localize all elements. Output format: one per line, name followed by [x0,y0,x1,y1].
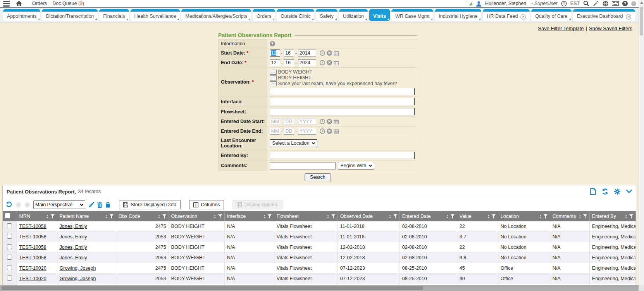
mrn-link[interactable]: TEST-10058 [19,255,46,260]
filter-funnel-icon[interactable] [331,214,335,219]
column-header-obs-code[interactable]: Obs Code▲▼ [116,211,169,221]
horizontal-scrollbar-thumb[interactable] [2,286,423,290]
filter-funnel-icon[interactable] [218,214,222,219]
information-help-icon[interactable]: ? [270,41,275,46]
filter-funnel-icon[interactable] [51,214,55,219]
sort-icon[interactable]: ▲▼ [539,214,541,218]
entered-date-start-clear-icon[interactable]: ✕ [327,119,332,124]
keyboard-icon[interactable] [612,1,619,6]
entered-date-end-now-icon[interactable] [320,128,325,134]
reset-perspective-icon[interactable] [6,202,12,208]
vertical-scrollbar-thumb[interactable] [640,7,643,36]
sort-icon[interactable]: ▲▼ [389,214,391,218]
comments-match-select[interactable]: Begins With [338,162,375,169]
tab-medications-allergies-scripts[interactable]: Medications/Allergies/Scripts [181,9,251,21]
refresh-icon[interactable] [602,188,608,195]
search-button[interactable]: Search [305,173,331,181]
tab-industrial-hygiene[interactable]: Industrial Hygiene [435,9,481,21]
column-header-location[interactable]: Location▲▼ [498,211,550,221]
patient-name-link[interactable]: Growing, Joseph [60,265,96,271]
observation-search-input[interactable] [270,88,415,95]
hamburger-menu-icon[interactable] [2,0,10,7]
export-document-icon[interactable] [590,188,596,195]
sort-icon[interactable]: ▲▼ [158,214,160,218]
columns-button[interactable]: Columns [189,200,224,209]
remove-observation-button[interactable]: — [270,81,277,86]
mrn-link[interactable]: TEST-10058 [19,245,46,250]
entered-by-input[interactable] [270,152,415,159]
entered-date-end-clear-icon[interactable]: ✕ [327,128,332,134]
entered-date-end-calendar-icon[interactable] [334,129,339,134]
tab-orders[interactable]: Orders [253,9,275,21]
vertical-scrollbar[interactable] [639,0,644,291]
collapse-panel-chevron-icon[interactable] [626,190,632,193]
end-date-now-icon[interactable] [320,60,325,65]
filter-funnel-icon[interactable] [110,214,114,219]
column-header-comments[interactable]: Comments▲▼ [550,211,589,221]
entered-date-start-now-icon[interactable] [320,119,325,124]
sort-icon[interactable]: ▲▼ [105,214,107,218]
tab-appointments[interactable]: Appointments [3,9,40,21]
tab-outside-clinic[interactable]: Outside Clinic [277,9,314,21]
end-date-month-input[interactable]: 12 [270,59,280,66]
sort-icon[interactable]: ▲▼ [579,214,581,218]
last-encounter-location-select[interactable]: Select a Location [270,139,318,147]
filter-funnel-icon[interactable] [268,214,272,219]
save-filter-template-link[interactable]: Save Filter Template [538,26,584,31]
row-checkbox[interactable] [7,223,12,228]
home-icon[interactable] [16,1,22,6]
screenshot-icon[interactable] [466,1,472,6]
row-checkbox[interactable] [7,276,12,281]
globe-icon[interactable] [603,1,608,7]
end-date-clear-icon[interactable]: ✕ [327,60,332,65]
row-checkbox[interactable] [7,255,12,260]
column-header-flowsheet[interactable]: Flowsheet▲▼ [274,211,337,221]
patient-name-link[interactable]: Jones, Emily [60,245,87,250]
horizontal-scrollbar[interactable] [0,285,639,291]
column-header-patient-name[interactable]: Patient Name▲▼ [57,211,116,221]
comments-input[interactable] [270,162,336,169]
remove-observation-button[interactable]: — [270,75,277,80]
search-icon[interactable] [583,0,589,7]
entered-date-start-month-input[interactable]: MM [270,118,280,125]
sort-icon[interactable]: ▲▼ [446,214,448,218]
start-date-month-input[interactable]: 12 [270,50,280,56]
help-icon[interactable]: ? [622,1,628,6]
topnav-orders[interactable]: Orders [32,1,47,6]
row-checkbox[interactable] [7,265,12,270]
patient-name-link[interactable]: Jones, Emily [60,234,87,240]
start-date-year-input[interactable]: 2014 [298,50,316,56]
column-header-value[interactable]: Value▲▼ [457,211,498,221]
tab-visits[interactable]: Visits [369,9,390,21]
filter-funnel-icon[interactable] [544,214,548,219]
end-date-calendar-icon[interactable] [334,60,339,65]
column-header-observed-date[interactable]: Observed Date▲▼ [337,211,399,221]
topnav-doc-queue[interactable]: Doc Queue (3) [52,1,84,6]
column-header-entered-date[interactable]: Entered Date▲▼ [399,211,457,221]
edit-perspective-pencil-icon[interactable] [88,202,94,208]
settings-gear-icon[interactable] [614,188,620,195]
tab-dictation-transcription[interactable]: Dictation/Transcription [42,9,98,21]
column-header-mrn[interactable]: MRN▲▼ [17,211,57,221]
sort-icon[interactable]: ▲▼ [214,214,216,218]
delete-perspective-trash-icon[interactable] [97,202,102,208]
mrn-link[interactable]: TEST-10020 [19,265,46,271]
user-name[interactable]: Hullender, Stephen [485,1,526,6]
mrn-link[interactable]: TEST-10020 [19,276,46,281]
filter-funnel-icon[interactable] [451,214,455,219]
filter-funnel-icon[interactable] [162,214,166,219]
entered-date-start-year-input[interactable]: YYYY [298,118,316,125]
magic-wand-icon[interactable] [593,0,599,7]
entered-date-end-month-input[interactable]: MM [270,128,280,135]
sort-icon[interactable]: ▲▼ [263,214,265,218]
start-date-calendar-icon[interactable] [334,51,339,56]
tab-health-surveillance[interactable]: Health Surveillance [131,9,180,21]
row-checkbox[interactable] [7,244,12,249]
start-date-clear-icon[interactable]: ✕ [327,50,332,56]
remove-observation-button[interactable]: — [270,70,277,75]
mrn-link[interactable]: TEST-10058 [19,234,46,240]
patient-name-link[interactable]: Jones, Emily [60,255,87,260]
select-all-checkbox[interactable] [5,213,10,218]
sort-icon[interactable]: ▲▼ [327,214,329,218]
entered-date-start-calendar-icon[interactable] [334,119,339,124]
